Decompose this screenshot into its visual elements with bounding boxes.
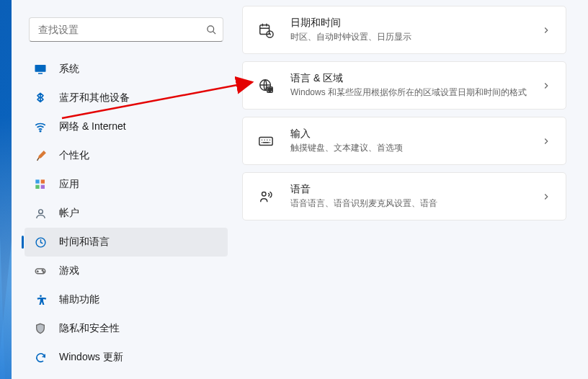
sidebar-item-label: 帐户	[59, 207, 79, 220]
sidebar-item-apps[interactable]: 应用	[24, 170, 228, 199]
sidebar-item-bluetooth[interactable]: 蓝牙和其他设备	[24, 84, 228, 112]
speech-icon	[257, 188, 275, 205]
content-area: 日期和时间 时区、自动时钟设置、日历显示 字 语言 & 区域 Windows 和…	[235, 0, 588, 379]
card-desc: 语音语言、语音识别麦克风设置、语音	[290, 197, 541, 210]
card-title: 语言 & 区域	[290, 72, 541, 85]
sidebar-item-label: 游戏	[59, 264, 79, 277]
sidebar-item-gaming[interactable]: 游戏	[24, 257, 228, 285]
card-title: 语音	[290, 183, 541, 196]
sidebar-item-label: 时间和语言	[59, 236, 110, 249]
sidebar-item-accounts[interactable]: 帐户	[24, 199, 228, 228]
svg-rect-20	[259, 137, 272, 145]
svg-rect-7	[35, 185, 39, 189]
svg-rect-8	[41, 185, 45, 189]
sidebar-item-label: 应用	[59, 178, 79, 191]
sidebar-item-network[interactable]: 网络 & Internet	[24, 112, 228, 141]
sidebar-item-label: 网络 & Internet	[59, 120, 126, 133]
apps-icon	[33, 177, 48, 192]
sidebar-item-label: Windows 更新	[59, 351, 123, 364]
chevron-right-icon	[541, 81, 551, 91]
settings-window: 系统 蓝牙和其他设备 网络 & Internet 个性化	[12, 0, 588, 379]
svg-rect-3	[38, 73, 43, 74]
svg-rect-5	[35, 179, 39, 183]
svg-line-1	[213, 31, 215, 34]
svg-rect-6	[41, 179, 45, 183]
user-icon	[33, 206, 48, 220]
sidebar-item-time-language[interactable]: 时间和语言	[24, 228, 228, 257]
svg-text:字: 字	[268, 86, 272, 92]
keyboard-icon	[257, 133, 275, 150]
sidebar-item-label: 个性化	[59, 149, 89, 162]
card-speech[interactable]: 语音 语音语言、语音识别麦克风设置、语音	[242, 172, 566, 220]
sidebar-item-personalization[interactable]: 个性化	[24, 141, 228, 170]
search-field[interactable]	[29, 17, 223, 42]
globe-clock-icon	[33, 235, 48, 249]
card-title: 日期和时间	[290, 17, 541, 30]
svg-rect-15	[260, 24, 270, 34]
chevron-right-icon	[541, 192, 551, 202]
card-desc: Windows 和某些应用根据你所在的区域设置日期和时间的格式	[290, 86, 541, 99]
calendar-clock-icon	[257, 22, 275, 39]
search-icon	[205, 23, 218, 36]
sidebar-item-label: 隐私和安全性	[59, 322, 120, 335]
update-icon	[33, 350, 48, 365]
sidebar-item-label: 蓝牙和其他设备	[59, 92, 130, 104]
svg-point-12	[42, 270, 43, 272]
sidebar-item-label: 辅助功能	[59, 293, 99, 306]
svg-point-14	[40, 295, 42, 297]
svg-point-9	[38, 209, 43, 213]
shield-icon	[33, 321, 48, 336]
system-icon	[33, 62, 48, 76]
sidebar-item-privacy[interactable]: 隐私和安全性	[24, 314, 228, 343]
sidebar-item-windows-update[interactable]: Windows 更新	[24, 343, 228, 372]
accessibility-icon	[33, 293, 48, 307]
chevron-right-icon	[541, 25, 551, 35]
svg-point-0	[207, 25, 213, 32]
card-typing[interactable]: 输入 触摸键盘、文本建议、首选项	[242, 117, 566, 165]
search-input[interactable]	[29, 17, 223, 42]
sidebar-nav: 系统 蓝牙和其他设备 网络 & Internet 个性化	[22, 55, 231, 372]
bluetooth-icon	[33, 91, 48, 105]
svg-point-21	[262, 192, 267, 196]
sidebar-item-system[interactable]: 系统	[24, 55, 228, 84]
card-date-time[interactable]: 日期和时间 时区、自动时钟设置、日历显示	[242, 6, 566, 54]
card-title: 输入	[290, 128, 541, 141]
svg-point-4	[40, 130, 41, 132]
gamepad-icon	[33, 264, 48, 278]
svg-rect-2	[35, 65, 46, 72]
sidebar-item-accessibility[interactable]: 辅助功能	[24, 285, 228, 314]
wifi-icon	[33, 120, 48, 134]
card-desc: 时区、自动时钟设置、日历显示	[290, 31, 541, 43]
card-language-region[interactable]: 字 语言 & 区域 Windows 和某些应用根据你所在的区域设置日期和时间的格…	[242, 61, 566, 110]
paintbrush-icon	[33, 148, 48, 163]
chevron-right-icon	[541, 136, 551, 146]
card-desc: 触摸键盘、文本建议、首选项	[290, 142, 541, 154]
svg-point-13	[43, 272, 45, 273]
sidebar: 系统 蓝牙和其他设备 网络 & Internet 个性化	[12, 0, 235, 379]
sidebar-item-label: 系统	[59, 63, 79, 76]
globe-lang-icon: 字	[257, 77, 275, 94]
